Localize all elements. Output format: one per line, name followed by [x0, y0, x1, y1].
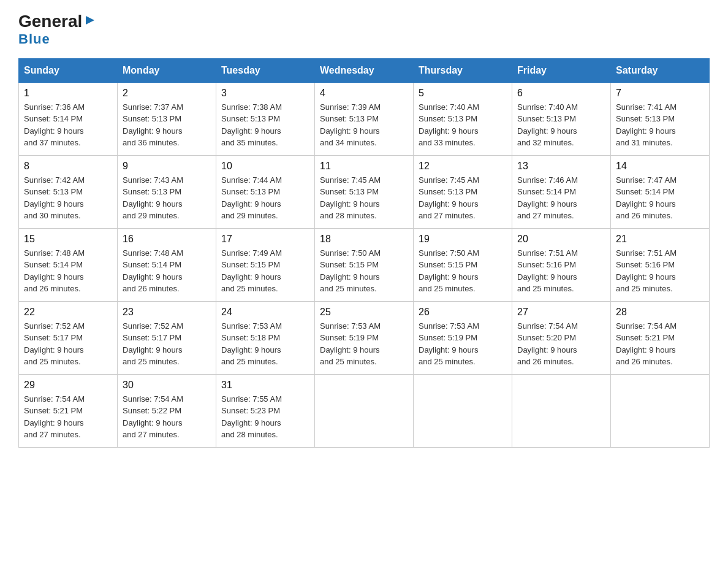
calendar-cell: 14 Sunrise: 7:47 AM Sunset: 5:14 PM Dayl…	[611, 155, 710, 228]
calendar-cell: 9 Sunrise: 7:43 AM Sunset: 5:13 PM Dayli…	[118, 155, 216, 228]
day-number: 21	[616, 234, 704, 245]
day-number: 7	[616, 88, 704, 99]
day-info: Sunrise: 7:54 AM Sunset: 5:21 PM Dayligh…	[24, 393, 112, 441]
day-info: Sunrise: 7:40 AM Sunset: 5:13 PM Dayligh…	[419, 101, 507, 149]
calendar-cell: 12 Sunrise: 7:45 AM Sunset: 5:13 PM Dayl…	[414, 155, 512, 228]
day-info: Sunrise: 7:41 AM Sunset: 5:13 PM Dayligh…	[616, 101, 704, 149]
day-info: Sunrise: 7:52 AM Sunset: 5:17 PM Dayligh…	[24, 320, 112, 368]
day-number: 25	[320, 307, 408, 318]
logo-text-blue: Blue	[18, 31, 50, 47]
logo-text-general: General	[18, 12, 82, 31]
logo-triangle-icon	[83, 13, 97, 27]
calendar-cell: 16 Sunrise: 7:48 AM Sunset: 5:14 PM Dayl…	[118, 228, 216, 301]
day-number: 6	[517, 88, 605, 99]
day-info: Sunrise: 7:52 AM Sunset: 5:17 PM Dayligh…	[123, 320, 211, 368]
day-info: Sunrise: 7:53 AM Sunset: 5:19 PM Dayligh…	[419, 320, 507, 368]
day-number: 16	[123, 234, 211, 245]
calendar-cell: 2 Sunrise: 7:37 AM Sunset: 5:13 PM Dayli…	[118, 82, 216, 155]
calendar-cell: 26 Sunrise: 7:53 AM Sunset: 5:19 PM Dayl…	[414, 301, 512, 374]
day-number: 30	[123, 380, 211, 391]
day-number: 20	[517, 234, 605, 245]
day-info: Sunrise: 7:39 AM Sunset: 5:13 PM Dayligh…	[320, 101, 408, 149]
day-info: Sunrise: 7:54 AM Sunset: 5:20 PM Dayligh…	[517, 320, 605, 368]
weekday-header-monday: Monday	[118, 58, 216, 82]
day-number: 23	[123, 307, 211, 318]
calendar-cell: 30 Sunrise: 7:54 AM Sunset: 5:22 PM Dayl…	[118, 374, 216, 447]
day-number: 28	[616, 307, 704, 318]
calendar-cell: 28 Sunrise: 7:54 AM Sunset: 5:21 PM Dayl…	[611, 301, 710, 374]
calendar-cell	[512, 374, 611, 447]
calendar-cell: 6 Sunrise: 7:40 AM Sunset: 5:13 PM Dayli…	[512, 82, 611, 155]
week-row-5: 29 Sunrise: 7:54 AM Sunset: 5:21 PM Dayl…	[19, 374, 710, 447]
day-number: 24	[221, 307, 309, 318]
day-number: 9	[123, 161, 211, 172]
calendar-cell: 22 Sunrise: 7:52 AM Sunset: 5:17 PM Dayl…	[19, 301, 118, 374]
calendar-cell: 8 Sunrise: 7:42 AM Sunset: 5:13 PM Dayli…	[19, 155, 118, 228]
calendar-cell	[611, 374, 710, 447]
day-number: 19	[419, 234, 507, 245]
day-number: 17	[221, 234, 309, 245]
day-info: Sunrise: 7:47 AM Sunset: 5:14 PM Dayligh…	[616, 174, 704, 222]
calendar-cell: 18 Sunrise: 7:50 AM Sunset: 5:15 PM Dayl…	[315, 228, 414, 301]
day-number: 15	[24, 234, 112, 245]
day-number: 27	[517, 307, 605, 318]
calendar-cell: 25 Sunrise: 7:53 AM Sunset: 5:19 PM Dayl…	[315, 301, 414, 374]
week-row-1: 1 Sunrise: 7:36 AM Sunset: 5:14 PM Dayli…	[19, 82, 710, 155]
day-info: Sunrise: 7:45 AM Sunset: 5:13 PM Dayligh…	[419, 174, 507, 222]
day-number: 8	[24, 161, 112, 172]
calendar-cell: 19 Sunrise: 7:50 AM Sunset: 5:15 PM Dayl…	[414, 228, 512, 301]
calendar-cell: 5 Sunrise: 7:40 AM Sunset: 5:13 PM Dayli…	[414, 82, 512, 155]
day-info: Sunrise: 7:43 AM Sunset: 5:13 PM Dayligh…	[123, 174, 211, 222]
day-info: Sunrise: 7:38 AM Sunset: 5:13 PM Dayligh…	[221, 101, 309, 149]
day-info: Sunrise: 7:49 AM Sunset: 5:15 PM Dayligh…	[221, 247, 309, 295]
day-info: Sunrise: 7:36 AM Sunset: 5:14 PM Dayligh…	[24, 101, 112, 149]
calendar-cell: 13 Sunrise: 7:46 AM Sunset: 5:14 PM Dayl…	[512, 155, 611, 228]
day-info: Sunrise: 7:44 AM Sunset: 5:13 PM Dayligh…	[221, 174, 309, 222]
svg-marker-0	[86, 16, 94, 25]
day-info: Sunrise: 7:40 AM Sunset: 5:13 PM Dayligh…	[517, 101, 605, 149]
calendar-cell	[414, 374, 512, 447]
day-number: 26	[419, 307, 507, 318]
calendar-cell: 23 Sunrise: 7:52 AM Sunset: 5:17 PM Dayl…	[118, 301, 216, 374]
day-info: Sunrise: 7:45 AM Sunset: 5:13 PM Dayligh…	[320, 174, 408, 222]
weekday-header-saturday: Saturday	[611, 58, 710, 82]
day-info: Sunrise: 7:48 AM Sunset: 5:14 PM Dayligh…	[24, 247, 112, 295]
calendar-cell: 3 Sunrise: 7:38 AM Sunset: 5:13 PM Dayli…	[216, 82, 315, 155]
calendar-cell: 31 Sunrise: 7:55 AM Sunset: 5:23 PM Dayl…	[216, 374, 315, 447]
day-number: 2	[123, 88, 211, 99]
day-number: 3	[221, 88, 309, 99]
header: General Blue	[18, 12, 710, 47]
logo: General Blue	[18, 12, 97, 47]
calendar-cell: 1 Sunrise: 7:36 AM Sunset: 5:14 PM Dayli…	[19, 82, 118, 155]
week-row-2: 8 Sunrise: 7:42 AM Sunset: 5:13 PM Dayli…	[19, 155, 710, 228]
calendar-cell	[315, 374, 414, 447]
day-number: 10	[221, 161, 309, 172]
day-info: Sunrise: 7:55 AM Sunset: 5:23 PM Dayligh…	[221, 393, 309, 441]
day-info: Sunrise: 7:50 AM Sunset: 5:15 PM Dayligh…	[320, 247, 408, 295]
weekday-header-friday: Friday	[512, 58, 611, 82]
weekday-header-sunday: Sunday	[19, 58, 118, 82]
calendar-cell: 27 Sunrise: 7:54 AM Sunset: 5:20 PM Dayl…	[512, 301, 611, 374]
day-info: Sunrise: 7:54 AM Sunset: 5:22 PM Dayligh…	[123, 393, 211, 441]
calendar-cell: 24 Sunrise: 7:53 AM Sunset: 5:18 PM Dayl…	[216, 301, 315, 374]
day-info: Sunrise: 7:48 AM Sunset: 5:14 PM Dayligh…	[123, 247, 211, 295]
day-number: 18	[320, 234, 408, 245]
day-number: 4	[320, 88, 408, 99]
calendar-cell: 21 Sunrise: 7:51 AM Sunset: 5:16 PM Dayl…	[611, 228, 710, 301]
calendar-table: SundayMondayTuesdayWednesdayThursdayFrid…	[18, 58, 710, 448]
calendar-cell: 11 Sunrise: 7:45 AM Sunset: 5:13 PM Dayl…	[315, 155, 414, 228]
day-number: 12	[419, 161, 507, 172]
day-number: 11	[320, 161, 408, 172]
calendar-cell: 4 Sunrise: 7:39 AM Sunset: 5:13 PM Dayli…	[315, 82, 414, 155]
weekday-header-tuesday: Tuesday	[216, 58, 315, 82]
day-info: Sunrise: 7:46 AM Sunset: 5:14 PM Dayligh…	[517, 174, 605, 222]
week-row-4: 22 Sunrise: 7:52 AM Sunset: 5:17 PM Dayl…	[19, 301, 710, 374]
calendar-cell: 10 Sunrise: 7:44 AM Sunset: 5:13 PM Dayl…	[216, 155, 315, 228]
day-number: 31	[221, 380, 309, 391]
weekday-header-row: SundayMondayTuesdayWednesdayThursdayFrid…	[19, 58, 710, 82]
day-number: 5	[419, 88, 507, 99]
weekday-header-wednesday: Wednesday	[315, 58, 414, 82]
calendar-cell: 7 Sunrise: 7:41 AM Sunset: 5:13 PM Dayli…	[611, 82, 710, 155]
calendar-cell: 17 Sunrise: 7:49 AM Sunset: 5:15 PM Dayl…	[216, 228, 315, 301]
weekday-header-thursday: Thursday	[414, 58, 512, 82]
